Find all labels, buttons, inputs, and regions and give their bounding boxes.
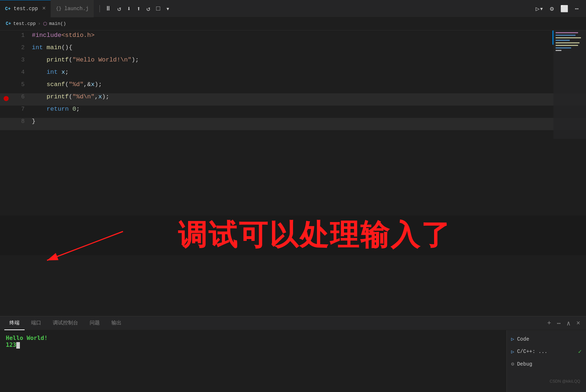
line-number-2: 2 — [10, 44, 32, 51]
panel-collapse-button[interactable]: ∧ — [565, 318, 572, 329]
table-row: 7 return 0; — [0, 106, 586, 118]
layout-button[interactable]: ⬜ — [559, 3, 570, 14]
tab-terminal[interactable]: 终端 — [4, 316, 25, 330]
right-panel-debug-icon: ⚙ — [511, 361, 514, 367]
terminal-main[interactable]: Hello World! 123 — [0, 330, 506, 392]
minimap-line — [556, 37, 581, 38]
breadcrumb-file[interactable]: test.cpp — [13, 21, 35, 26]
table-row: 4 int x; — [0, 69, 586, 81]
line-content-5: scanf("%d",&x); — [32, 81, 102, 88]
minimap-line — [556, 42, 579, 43]
line-number-7: 7 — [10, 106, 32, 112]
panel-more-button[interactable]: ⋯ — [556, 318, 562, 329]
stop-button[interactable]: □ — [154, 4, 162, 14]
json-icon: {} — [56, 6, 61, 11]
tab-ports-label: 端口 — [31, 320, 41, 326]
code-container: 1 #include<stdio.h> 2 int main(){ 3 prin… — [0, 30, 586, 130]
tab-ports[interactable]: 端口 — [26, 316, 46, 330]
table-row: 3 printf("Hello World!\n"); — [0, 56, 586, 69]
tab-close-test-cpp[interactable]: × — [42, 5, 46, 12]
table-row: 5 scanf("%d",&x); — [0, 81, 586, 93]
annotation-text: 调试可以处理输入了 — [178, 216, 451, 255]
panel-tab-actions: + ⋯ ∧ × — [546, 318, 582, 329]
new-terminal-button[interactable]: + — [546, 318, 553, 328]
minimap-line — [556, 40, 570, 41]
line-content-7: return 0; — [32, 106, 80, 112]
line-content-8: } — [32, 118, 35, 125]
table-row: 8 } — [0, 118, 586, 130]
line-number-4: 4 — [10, 69, 32, 76]
tab-bar: C+ test.cpp × {} launch.j ⏸ ↺ ⬇ ⬆ ↺ □ ▾ … — [0, 0, 586, 17]
tab-launch-json[interactable]: {} launch.j — [51, 0, 94, 17]
breadcrumb-sep: › — [38, 21, 41, 26]
settings-button[interactable]: ⚙ — [548, 3, 555, 14]
tab-label-launch-json: launch.j — [64, 6, 89, 12]
more-button[interactable]: ⋯ — [573, 3, 580, 14]
step-into-button[interactable]: ⬆ — [135, 3, 143, 14]
terminal-output-line2: 123 — [6, 341, 501, 349]
right-panel-code-label: Code — [517, 336, 529, 342]
step-over-button[interactable]: ⬇ — [125, 3, 133, 14]
run-split-button[interactable]: ▷▾ — [534, 3, 545, 14]
line-number-8: 8 — [10, 118, 32, 125]
tab-label-test-cpp: test.cpp — [14, 6, 38, 12]
panel-close-button[interactable]: × — [575, 318, 582, 328]
line-content-6: printf("%d\n",x); — [32, 93, 109, 100]
table-row: 6 printf("%d\n",x); — [0, 93, 586, 106]
terminal-cursor — [16, 342, 20, 349]
breadcrumb-fn-icon: ⬡ — [43, 21, 47, 27]
line-content-3: printf("Hello World!\n"); — [32, 56, 139, 63]
table-row: 2 int main(){ — [0, 44, 586, 56]
pause-button[interactable]: ⏸ — [103, 3, 114, 14]
tab-problems-label: 问题 — [90, 320, 100, 326]
minimap-line — [556, 50, 561, 51]
breakpoint-dot-6 — [3, 95, 9, 102]
table-row: 1 #include<stdio.h> — [0, 32, 586, 44]
tab-debug-console[interactable]: 调试控制台 — [48, 316, 83, 330]
minimap-content — [553, 30, 586, 139]
panel-tabs: 终端 端口 调试控制台 问题 输出 + ⋯ ∧ × — [0, 316, 586, 330]
line-number-3: 3 — [10, 57, 32, 63]
line-content-4: int x; — [32, 69, 69, 76]
breadcrumb-cpp-icon: C+ — [6, 21, 11, 26]
minimap-line — [556, 47, 571, 48]
right-panel-item-cpp[interactable]: ▷ C/C++: ... ✓ — [507, 345, 586, 358]
tab-test-cpp[interactable]: C+ test.cpp × — [0, 0, 51, 17]
right-panel-debug-label: Debug — [517, 361, 532, 367]
cpp-icon: C+ — [5, 6, 11, 12]
toolbar-sep-1 — [99, 5, 100, 12]
top-right-actions: ▷▾ ⚙ ⬜ ⋯ — [534, 3, 586, 14]
line-number-6: 6 — [10, 94, 32, 100]
tab-problems[interactable]: 问题 — [85, 316, 105, 330]
debug-dropdown[interactable]: ▾ — [164, 3, 172, 14]
breadcrumb: C+ test.cpp › ⬡ main() — [0, 17, 586, 30]
continue-button[interactable]: ↺ — [144, 3, 153, 14]
right-panel-cpp-label: C/C++: ... — [517, 349, 547, 354]
breadcrumb-fn[interactable]: main() — [49, 21, 66, 26]
tab-output-label: 输出 — [111, 320, 122, 326]
debug-toolbar: ⏸ ↺ ⬇ ⬆ ↺ □ ▾ — [98, 3, 172, 14]
right-panel-cpp-check: ✓ — [578, 348, 582, 355]
minimap-line — [556, 45, 578, 46]
minimap-line — [556, 35, 576, 36]
right-panel-item-code[interactable]: ▷ Code — [507, 333, 586, 345]
line-number-5: 5 — [10, 81, 32, 88]
svg-point-0 — [4, 96, 9, 101]
terminal-output-line2-text: 123 — [6, 341, 16, 348]
line-content-2: int main(){ — [32, 44, 72, 51]
restart-button[interactable]: ↺ — [115, 3, 123, 14]
line-content-1: #include<stdio.h> — [32, 32, 94, 39]
terminal-output-line1: Hello World! — [6, 335, 501, 341]
tab-debug-console-label: 调试控制台 — [53, 320, 78, 326]
code-editor[interactable]: 1 #include<stdio.h> 2 int main(){ 3 prin… — [0, 30, 586, 215]
bottom-panel: 终端 端口 调试控制台 问题 输出 + ⋯ ∧ × Hello World! 1… — [0, 316, 586, 392]
tab-output[interactable]: 输出 — [106, 316, 127, 330]
right-panel-item-debug[interactable]: ⚙ Debug — [507, 358, 586, 370]
watermark: CSDN @kikiLQQ — [549, 379, 580, 383]
minimap-line — [556, 32, 578, 33]
tab-terminal-label: 终端 — [9, 320, 20, 326]
line-number-1: 1 — [10, 32, 32, 39]
terminal-content: Hello World! 123 ▷ Code ▷ C/C++: ... ✓ ⚙… — [0, 330, 586, 392]
annotation-area: 调试可以处理输入了 — [0, 216, 586, 255]
right-panel-code-icon: ▷ — [511, 336, 514, 342]
